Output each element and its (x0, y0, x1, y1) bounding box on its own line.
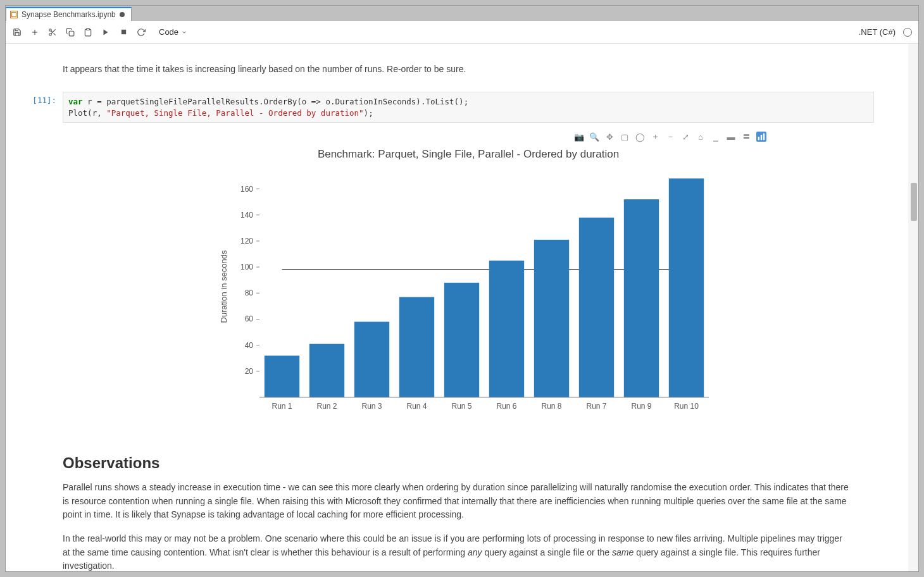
svg-rect-11 (758, 137, 759, 140)
svg-rect-35 (354, 322, 389, 397)
scrollbar-thumb[interactable] (911, 183, 917, 221)
svg-text:Run 1: Run 1 (272, 402, 292, 411)
svg-text:Run 4: Run 4 (406, 402, 427, 411)
svg-text:Run 2: Run 2 (316, 402, 337, 411)
svg-rect-31 (265, 356, 299, 397)
svg-text:Duration in seconds: Duration in seconds (219, 250, 228, 323)
svg-line-5 (53, 33, 55, 35)
svg-text:160: 160 (240, 185, 253, 194)
svg-line-6 (51, 30, 53, 32)
notebook-icon (10, 11, 18, 18)
svg-text:100: 100 (240, 263, 253, 271)
box-select-icon[interactable]: ▢ (620, 132, 630, 142)
autoscale-icon[interactable]: ⤢ (680, 132, 690, 142)
chart-title: Benchmark: Parquet, Single File, Paralle… (196, 148, 740, 161)
hover-closest-icon[interactable]: ▬ (726, 132, 736, 142)
svg-text:Run 3: Run 3 (361, 402, 382, 411)
svg-text:140: 140 (240, 211, 253, 220)
cell-prompt: [11]: (18, 92, 63, 123)
kernel-status-icon[interactable] (903, 28, 912, 37)
add-cell-icon[interactable] (30, 27, 40, 37)
svg-text:20: 20 (245, 367, 254, 376)
chart-svg: 20406080100120140160Run 1Run 2Run 3Run 4… (215, 170, 721, 423)
tab-bar: Synapse Benchmarks.ipynb (6, 6, 918, 21)
svg-rect-33 (309, 344, 344, 397)
notebook-tab[interactable]: Synapse Benchmarks.ipynb (6, 7, 132, 21)
svg-text:Run 9: Run 9 (631, 402, 651, 411)
svg-rect-12 (761, 135, 762, 140)
chart: Benchmark: Parquet, Single File, Paralle… (196, 148, 740, 423)
markdown-cell[interactable]: It appears that the time it takes is inc… (63, 63, 874, 76)
cell-type-select[interactable]: Code (154, 27, 192, 37)
observations-p1: Parallel runs shows a steady increase in… (63, 481, 849, 522)
svg-rect-45 (579, 218, 614, 397)
svg-rect-47 (624, 199, 659, 397)
svg-point-3 (49, 33, 52, 35)
run-icon[interactable] (101, 27, 111, 37)
svg-text:80: 80 (245, 288, 254, 297)
svg-rect-39 (444, 283, 479, 397)
zoom-out-icon[interactable]: － (665, 132, 675, 142)
svg-text:Run 10: Run 10 (674, 402, 699, 411)
observations-heading: Observations (63, 454, 849, 472)
svg-rect-41 (489, 261, 524, 397)
svg-text:40: 40 (245, 341, 254, 350)
chevron-down-icon (181, 29, 187, 35)
zoom-icon[interactable]: 🔍 (589, 132, 599, 142)
cell-type-label: Code (159, 27, 178, 37)
plotly-logo-icon[interactable] (756, 132, 766, 142)
markdown-text: It appears that the time it takes is inc… (63, 64, 466, 74)
spike-icon[interactable]: ⎯ (711, 132, 721, 142)
camera-icon[interactable]: 📷 (574, 132, 584, 142)
code-cell[interactable]: [11]: var r = parquetSingleFileParallelR… (18, 92, 874, 123)
svg-rect-43 (534, 240, 569, 397)
stop-icon[interactable] (118, 27, 128, 37)
svg-rect-7 (69, 31, 74, 36)
cell-output: 📷 🔍 ✥ ▢ ◯ ＋ － ⤢ ⌂ ⎯ ▬ 〓 (63, 128, 874, 423)
svg-rect-37 (399, 297, 434, 397)
save-icon[interactable] (12, 27, 22, 37)
restart-icon[interactable] (136, 27, 146, 37)
observations-section[interactable]: Observations Parallel runs shows a stead… (63, 454, 874, 571)
svg-text:60: 60 (245, 314, 254, 323)
svg-text:Run 7: Run 7 (586, 402, 606, 411)
kernel-name[interactable]: .NET (C#) (859, 27, 896, 37)
svg-text:Run 8: Run 8 (541, 402, 561, 411)
scrollbar[interactable] (908, 44, 918, 571)
svg-rect-8 (87, 28, 90, 30)
svg-rect-13 (763, 133, 765, 140)
tab-title: Synapse Benchmarks.ipynb (22, 10, 116, 19)
cut-icon[interactable] (47, 27, 58, 37)
svg-text:Run 6: Run 6 (496, 402, 516, 411)
code-input[interactable]: var r = parquetSingleFileParallelResults… (63, 92, 874, 123)
svg-rect-10 (121, 30, 125, 34)
pan-icon[interactable]: ✥ (604, 132, 615, 142)
zoom-in-icon[interactable]: ＋ (650, 132, 660, 142)
notebook-content: It appears that the time it takes is inc… (6, 44, 918, 571)
home-icon[interactable]: ⌂ (696, 132, 706, 142)
notebook-toolbar: Code .NET (C#) (6, 21, 918, 44)
unsaved-dot-icon (120, 12, 125, 17)
plotly-toolbar: 📷 🔍 ✥ ▢ ◯ ＋ － ⤢ ⌂ ⎯ ▬ 〓 (63, 128, 874, 144)
lasso-icon[interactable]: ◯ (635, 132, 645, 142)
app-frame: Synapse Benchmarks.ipynb Code (5, 5, 919, 572)
copy-icon[interactable] (65, 27, 75, 37)
svg-rect-49 (669, 178, 704, 397)
svg-marker-9 (104, 29, 108, 35)
observations-p2: In the real-world this may or may not be… (63, 532, 849, 571)
hover-compare-icon[interactable]: 〓 (741, 132, 751, 142)
svg-text:120: 120 (240, 237, 253, 245)
svg-point-2 (49, 28, 52, 31)
svg-text:Run 5: Run 5 (451, 402, 471, 411)
paste-icon[interactable] (83, 27, 93, 37)
